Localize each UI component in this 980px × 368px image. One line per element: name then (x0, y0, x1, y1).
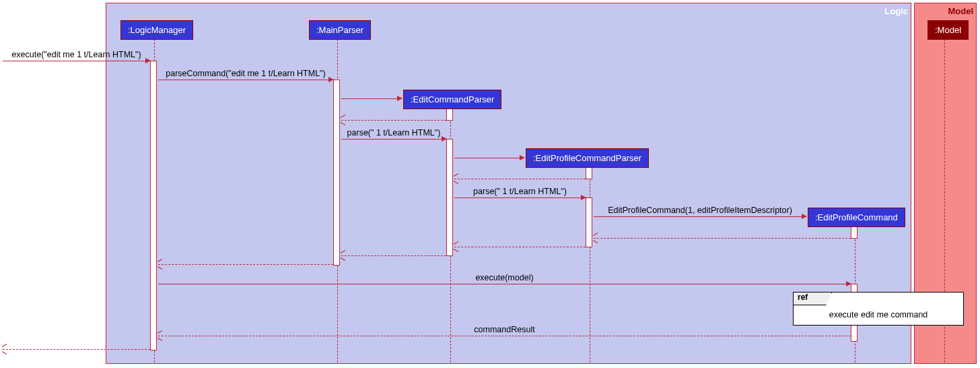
msg-parse2: parse(" 1 t/Learn HTML") (454, 197, 586, 198)
msg-execute: execute("edit me 1 t/Learn HTML") (3, 61, 150, 61)
frame-logic-title: Logic (884, 6, 908, 16)
activation-edit-command-parser-2 (446, 139, 453, 256)
activation-edit-profile-command-1 (851, 226, 858, 239)
ref-text: execute edit me command (794, 310, 963, 319)
msg-return-ecp-to-mp (341, 120, 446, 121)
frame-model-title: Model (948, 6, 973, 16)
participant-model: :Model (928, 20, 969, 40)
msg-return-epc-to-epcp (594, 238, 851, 239)
activation-main-parser (333, 80, 340, 266)
msg-create-epc: EditProfileCommand(1, editProfileItemDes… (594, 216, 806, 217)
activation-logic-manager (150, 61, 157, 350)
msg-parse1: parse(" 1 t/Learn HTML") (341, 139, 446, 140)
msg-create-edit-command-parser (341, 98, 402, 99)
participant-logic-manager: :LogicManager (120, 20, 193, 40)
frame-logic: Logic (106, 3, 911, 364)
activation-edit-command-parser-1 (446, 109, 453, 121)
ref-label: ref (794, 293, 832, 305)
msg-parse-command: parseCommand("edit me 1 t/Learn HTML") (158, 80, 333, 80)
msg-return-external (3, 349, 150, 350)
participant-edit-profile-command-parser: :EditProfileCommandParser (526, 148, 649, 168)
msg-return-mp-to-lm (158, 264, 333, 265)
msg-return-ecp-to-mp-2 (341, 255, 446, 256)
activation-edit-profile-command-parser-2 (586, 197, 592, 247)
msg-return-epcp-to-ecp-2 (454, 247, 586, 247)
participant-edit-profile-command: :EditProfileCommand (808, 208, 905, 227)
msg-execute-model: execute(model) (158, 284, 851, 284)
participant-main-parser: :MainParser (309, 20, 371, 40)
lifeline-edit-profile-command-parser (590, 166, 590, 363)
msg-command-result: commandResult (158, 336, 851, 336)
msg-create-epcp (454, 158, 524, 158)
participant-edit-command-parser: :EditCommandParser (403, 90, 501, 109)
msg-return-epcp-to-ecp-1 (454, 179, 586, 179)
activation-edit-profile-command-parser-1 (586, 167, 592, 179)
ref-frame: ref execute edit me command (793, 292, 964, 326)
